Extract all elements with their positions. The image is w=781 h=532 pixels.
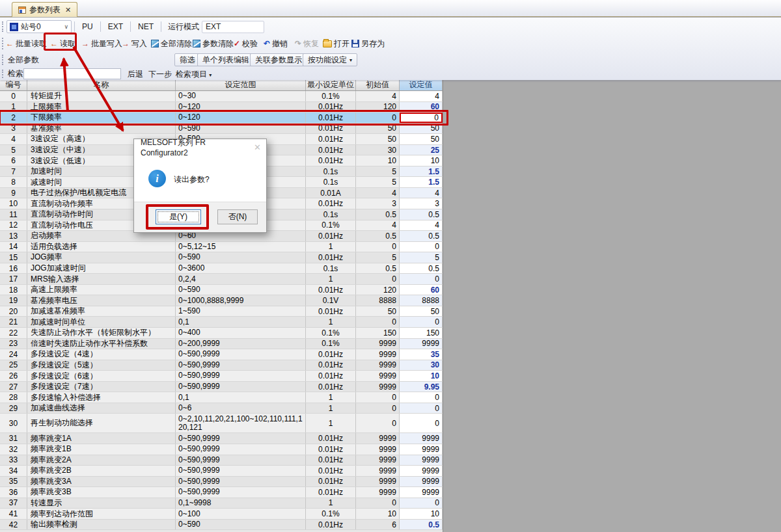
cell-set[interactable]: 9999 (400, 477, 443, 487)
table-row[interactable]: 19基准频率电压0~1000,8888,99990.1V88888888 (0, 295, 443, 306)
toolbar-grip[interactable] (2, 55, 4, 64)
cell-set[interactable]: 0.5 (400, 263, 443, 274)
table-row[interactable]: 16JOG加减速时间0~36000.1s0.50.5 (0, 263, 443, 274)
single-list-edit-button[interactable]: 单个列表编辑 (197, 53, 254, 66)
cell-set[interactable]: 50 (400, 124, 443, 134)
chevron-down-icon[interactable]: ∨ (64, 23, 68, 30)
cell-set[interactable]: 50 (400, 306, 443, 317)
table-row[interactable]: 3基准频率0~5900.01Hz5050 (0, 124, 443, 135)
related-params-button[interactable]: 关联参数显示 (250, 53, 307, 66)
table-row[interactable]: 30再生制动功能选择0~2,10,11,20,21,100~102,110,11… (0, 414, 443, 433)
cell-set[interactable]: 0 (400, 498, 443, 509)
table-row[interactable]: 37转速显示0,1~9998100 (0, 498, 443, 509)
table-row[interactable]: 28多段速输入补偿选择0,1100 (0, 392, 443, 403)
cell-set[interactable]: 4 (400, 220, 443, 231)
table-row[interactable]: 22失速防止动作水平（转矩限制水平）0~4000.1%150150 (0, 328, 443, 339)
table-row[interactable]: 42输出频率检测0~5900.01Hz60.5 (0, 520, 443, 531)
open-button[interactable]: 打开 (321, 37, 351, 50)
verify-button[interactable]: ✓校验 (232, 37, 260, 50)
tab-close-icon[interactable]: ✕ (65, 6, 71, 14)
cell-set[interactable]: 9999 (400, 444, 443, 455)
table-row[interactable]: 14适用负载选择0~5,12~15100 (0, 242, 443, 253)
net-button[interactable]: NET (133, 21, 158, 33)
table-row[interactable]: 17MRS输入选择0,2,4100 (0, 274, 443, 285)
table-row[interactable]: 21加减速时间单位0,1100 (0, 317, 443, 328)
cell-set[interactable]: 10 (400, 155, 443, 166)
table-row[interactable]: 25多段速设定（5速）0~590,99990.01Hz999930 (0, 360, 443, 371)
cell-set[interactable]: 10 (400, 371, 443, 381)
table-row[interactable]: 23倍速时失速防止动作水平补偿系数0~200,99990.1%99999999 (0, 339, 443, 350)
parameter-group-select[interactable]: 全部参数 (7, 55, 39, 66)
cell-set[interactable]: 0 (400, 403, 443, 414)
cell-set[interactable]: 9999 (400, 487, 443, 498)
read-button[interactable]: ←读取 (48, 37, 77, 50)
write-button[interactable]: →写入 (120, 37, 149, 50)
cell-set[interactable]: 0 (400, 113, 443, 123)
by-function-button[interactable]: 按功能设定▾ (303, 53, 357, 66)
cell-set[interactable]: 0.5 (400, 520, 443, 530)
cell-set[interactable]: 1.5 (400, 166, 443, 177)
dialog-title-bar[interactable]: MELSOFT系列 FR Configurator2 ✕ (134, 139, 266, 155)
clear-param-button[interactable]: 参数清除 (191, 37, 236, 50)
cell-set[interactable]: 0.5 (400, 209, 443, 220)
cell-set[interactable]: 0 (400, 392, 443, 403)
batch-write-button[interactable]: →批量写入 (79, 37, 124, 50)
cell-set[interactable]: 0 (400, 317, 443, 327)
cell-set[interactable]: 60 (400, 285, 443, 295)
cell-set[interactable]: 5 (400, 252, 443, 263)
table-row[interactable]: 31频率跳变1A0~590,99990.01Hz99999999 (0, 433, 443, 444)
tab-parameter-list[interactable]: 参数列表 ✕ (12, 2, 77, 17)
station-select[interactable]: 站号0 ∨ (7, 20, 72, 33)
undo-button[interactable]: ↶撤销 (262, 37, 290, 50)
cell-set[interactable]: 60 (400, 102, 443, 113)
cell-set[interactable]: 10 (400, 509, 443, 519)
cell-set[interactable]: 30 (400, 360, 443, 371)
clear-all-button[interactable]: 全部清除 (149, 37, 194, 50)
cell-set[interactable]: 25 (400, 145, 443, 155)
table-row[interactable]: 24多段速设定（4速）0~590,99990.01Hz999935 (0, 349, 443, 360)
cell-set[interactable]: 35 (400, 349, 443, 360)
cell-set[interactable]: 0.5 (400, 231, 443, 241)
table-row[interactable]: 32频率跳变1B0~590,99990.01Hz99999999 (0, 444, 443, 455)
ext-button[interactable]: EXT (103, 21, 128, 33)
table-row[interactable]: 0转矩提升0~300.1%44 (0, 91, 443, 102)
cell-set[interactable]: 9999 (400, 433, 443, 444)
cell-set[interactable]: 0 (400, 274, 443, 284)
table-row[interactable]: 1上限频率0~1200.01Hz12060 (0, 102, 443, 113)
cell-set[interactable]: 3 (400, 198, 443, 209)
cell-set[interactable]: 9999 (400, 339, 443, 349)
cell-set[interactable]: 9999 (400, 455, 443, 466)
table-row[interactable]: 35频率跳变3A0~590,99990.01Hz99999999 (0, 477, 443, 488)
table-row[interactable]: 34频率跳变2B0~590,99990.01Hz99999999 (0, 466, 443, 477)
table-row[interactable]: 20加减速基准频率1~5900.01Hz5050 (0, 306, 443, 317)
yes-button[interactable]: 是(Y) (156, 209, 201, 224)
cell-set[interactable]: 0 (400, 414, 443, 432)
cell-set[interactable]: 9.95 (400, 382, 443, 392)
cell-set[interactable]: 4 (400, 91, 443, 101)
cell-set[interactable]: 8888 (400, 295, 443, 306)
table-row[interactable]: 29加减速曲线选择0~6100 (0, 403, 443, 414)
save-as-button[interactable]: 另存为 (349, 37, 387, 50)
toolbar-grip[interactable] (2, 70, 4, 78)
cell-set[interactable]: 9999 (400, 466, 443, 476)
cell-set[interactable]: 150 (400, 328, 443, 338)
table-row[interactable]: 41频率到达动作范围0~1000.1%1010 (0, 509, 443, 520)
table-row[interactable]: 27多段速设定（7速）0~590,99990.01Hz99999.95 (0, 382, 443, 393)
filter-button[interactable]: 筛选 (174, 53, 200, 66)
table-row[interactable]: 15JOG频率0~5900.01Hz55 (0, 252, 443, 263)
no-button[interactable]: 否(N) (217, 209, 258, 224)
cell-set[interactable]: 1.5 (400, 177, 443, 187)
table-row[interactable]: 2下限频率0~1200.01Hz00 (0, 113, 443, 124)
search-input[interactable] (23, 68, 121, 79)
pu-button[interactable]: PU (77, 21, 98, 33)
table-row[interactable]: 36频率跳变3B0~590,99990.01Hz99999999 (0, 487, 443, 498)
search-item-button[interactable]: 检索项目 ▾ (176, 69, 212, 80)
search-next-button[interactable]: 下一步 (148, 69, 172, 80)
cell-set[interactable]: 0 (400, 242, 443, 252)
search-back-button[interactable]: 后退 (128, 69, 143, 80)
batch-read-button[interactable]: ←批量读取 (4, 37, 49, 50)
cell-set[interactable]: 50 (400, 134, 443, 144)
cell-set[interactable]: 4 (400, 188, 443, 198)
table-row[interactable]: 26多段速设定（6速）0~590,99990.01Hz999910 (0, 371, 443, 382)
table-row[interactable]: 33频率跳变2A0~590,99990.01Hz99999999 (0, 455, 443, 466)
